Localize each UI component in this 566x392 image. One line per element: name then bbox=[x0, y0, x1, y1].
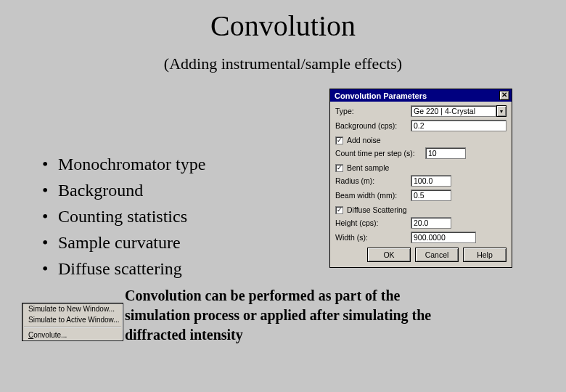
bullet-icon: • bbox=[42, 256, 58, 282]
list-item: •Sample curvature bbox=[42, 229, 205, 256]
bullet-icon: • bbox=[42, 203, 58, 229]
help-button[interactable]: Help bbox=[463, 248, 506, 262]
menu-item-sim-new[interactable]: Simulate to New Window... bbox=[22, 303, 123, 314]
type-dropdown[interactable]: Ge 220 | 4-Crystal ▾ bbox=[411, 105, 506, 117]
diffuse-label: Diffuse Scattering bbox=[347, 205, 407, 214]
bullet-text: Background bbox=[58, 177, 143, 203]
height-input[interactable]: 20.0 bbox=[411, 217, 451, 229]
context-menu: Simulate to New Window... Simulate to Ac… bbox=[22, 303, 123, 341]
bullet-text: Counting statistics bbox=[58, 203, 187, 229]
add-noise-checkbox[interactable]: ✓ bbox=[335, 136, 343, 144]
menu-separator bbox=[24, 327, 121, 328]
bent-sample-checkbox[interactable]: ✓ bbox=[335, 164, 343, 172]
add-noise-label: Add noise bbox=[347, 136, 381, 144]
convolution-dialog: Convolution Parameters ✕ Type: Ge 220 | … bbox=[329, 89, 512, 268]
dialog-titlebar[interactable]: Convolution Parameters ✕ bbox=[330, 89, 512, 102]
radius-label: Radius (m): bbox=[335, 176, 411, 185]
width-input[interactable]: 900.0000 bbox=[411, 232, 476, 243]
list-item: •Diffuse scattering bbox=[42, 256, 205, 282]
bullet-list: •Monochromator type •Background •Countin… bbox=[42, 151, 205, 282]
dialog-button-row: OK Cancel Help bbox=[335, 248, 506, 262]
list-item: •Background bbox=[42, 177, 205, 203]
bullet-text: Sample curvature bbox=[58, 229, 181, 256]
height-label: Height (cps): bbox=[335, 219, 411, 227]
beam-width-label: Beam width (mm): bbox=[335, 191, 411, 200]
list-item: •Counting statistics bbox=[42, 203, 205, 229]
menu-item-sim-active[interactable]: Simulate to Active Window... bbox=[22, 314, 123, 325]
list-item: •Monochromator type bbox=[42, 151, 205, 177]
close-icon: ✕ bbox=[501, 91, 507, 99]
dialog-title: Convolution Parameters bbox=[335, 91, 427, 100]
count-time-input[interactable]: 10 bbox=[425, 147, 466, 159]
bullet-icon: • bbox=[42, 177, 58, 203]
slide-note: Convolution can be performed as part of … bbox=[125, 286, 466, 345]
bullet-text: Diffuse scattering bbox=[58, 256, 182, 282]
background-label: Background (cps): bbox=[335, 121, 411, 130]
ok-button[interactable]: OK bbox=[367, 248, 411, 262]
type-value: Ge 220 | 4-Crystal bbox=[411, 105, 496, 117]
dialog-body: Type: Ge 220 | 4-Crystal ▾ Background (c… bbox=[330, 102, 512, 267]
width-label: Width (s): bbox=[335, 233, 411, 242]
bullet-icon: • bbox=[42, 151, 58, 177]
diffuse-checkbox[interactable]: ✓ bbox=[335, 206, 343, 214]
bullet-icon: • bbox=[42, 229, 58, 256]
chevron-down-icon[interactable]: ▾ bbox=[496, 105, 506, 117]
radius-input[interactable]: 100.0 bbox=[411, 175, 451, 187]
menu-item-convolute[interactable]: Convolute... bbox=[22, 330, 123, 340]
slide-title: Convolution bbox=[0, 9, 566, 43]
bullet-text: Monochromator type bbox=[58, 151, 205, 177]
background-input[interactable]: 0.2 bbox=[411, 120, 506, 131]
menu-item-rest: onvolute... bbox=[33, 331, 67, 339]
count-time-label: Count time per step (s): bbox=[335, 149, 425, 158]
cancel-button[interactable]: Cancel bbox=[415, 248, 459, 262]
slide-subtitle: (Adding instrumental/sample effects) bbox=[0, 54, 566, 73]
bent-sample-label: Bent sample bbox=[347, 163, 389, 172]
type-label: Type: bbox=[335, 107, 411, 115]
close-button[interactable]: ✕ bbox=[499, 91, 509, 100]
beam-width-input[interactable]: 0.5 bbox=[411, 189, 451, 201]
